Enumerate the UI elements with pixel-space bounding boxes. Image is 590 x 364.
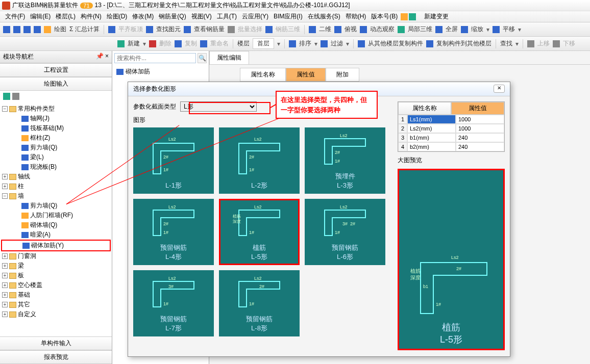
sort-button[interactable]: 排序 xyxy=(299,39,311,48)
expand-icon[interactable]: + xyxy=(2,273,8,278)
menu-file[interactable]: 文件(F) xyxy=(3,11,27,22)
shape-l6[interactable]: Ls23#2#1# 预留钢筋 L-6形 xyxy=(305,199,385,265)
tree-item[interactable]: 梁(L) xyxy=(30,153,44,162)
expand-icon[interactable]: + xyxy=(2,311,8,317)
tree-hollow[interactable]: 空心楼盖 xyxy=(18,281,42,290)
tree-item[interactable]: 砌体墙(Q) xyxy=(30,221,57,229)
current-item-label[interactable]: 砌体加筋 xyxy=(126,67,150,76)
tree-found[interactable]: 基础 xyxy=(18,291,30,299)
menu-version[interactable]: 版本号(B) xyxy=(369,11,400,22)
tree-beam[interactable]: 梁 xyxy=(18,262,24,270)
dynobs-button[interactable]: 动态观察 xyxy=(370,25,395,34)
filter-button[interactable]: 过滤 xyxy=(331,39,343,48)
tree-custom[interactable]: 自定义 xyxy=(18,310,36,319)
expand-icon[interactable]: + xyxy=(2,292,8,298)
menu-modify[interactable]: 修改(M) xyxy=(130,11,156,22)
tree-slab[interactable]: 板 xyxy=(18,271,24,280)
search-input[interactable] xyxy=(114,53,196,63)
emoji-icon[interactable] xyxy=(401,13,408,20)
find-button[interactable]: 查找 xyxy=(500,39,512,48)
close-icon[interactable]: ✕ xyxy=(494,85,505,93)
mini-icon[interactable] xyxy=(12,93,19,100)
menu-help[interactable]: 帮助(H) xyxy=(343,11,368,22)
shape-l3[interactable]: Ls22#1# 预埋件 L-3形 xyxy=(305,127,385,194)
menu-online[interactable]: 在线服务(S) xyxy=(306,11,342,22)
shape-l4[interactable]: Ls22#1# 预留钢筋 L-4形 xyxy=(133,199,214,265)
menu-floor[interactable]: 楼层(L) xyxy=(54,11,78,22)
zoom-button[interactable]: 缩放 xyxy=(471,25,483,34)
tool-icon[interactable] xyxy=(34,26,41,33)
find-elem-button[interactable]: 查找图元 xyxy=(156,25,181,34)
shape-l5[interactable]: Ls2植筋深度1# 植筋 L-5形 xyxy=(219,199,300,265)
tree-other[interactable]: 其它 xyxy=(18,300,30,309)
single-input-tab[interactable]: 单构件输入 xyxy=(0,336,112,350)
menu-member[interactable]: 构件(N) xyxy=(79,11,104,22)
tree-axis[interactable]: 轴线 xyxy=(18,172,30,181)
tree-column[interactable]: 柱 xyxy=(18,182,24,191)
view-rebar-button[interactable]: 查看钢筋量 xyxy=(194,25,225,34)
draw-input-tab[interactable]: 绘图输入 xyxy=(0,77,112,91)
expand-icon[interactable]: + xyxy=(2,282,8,288)
refresh-icon[interactable] xyxy=(409,13,416,20)
shape-l7[interactable]: Ls23#1# 预留钢筋 L-7形 xyxy=(133,270,214,336)
tree-item[interactable]: 框柱(Z) xyxy=(30,134,50,142)
menu-rebar[interactable]: 钢筋量(Q) xyxy=(157,11,188,22)
draw-icon[interactable] xyxy=(44,26,51,33)
param-shape-dialog: 选择参数化图形 ✕ 参数化截面类型 L形 图形 Ls22#1# L-1形 Ls2… xyxy=(128,82,510,357)
tree-item[interactable]: 暗梁(A) xyxy=(30,230,51,239)
member-tree[interactable]: −常用构件类型 轴网(J) 筏板基础(M) 框柱(Z) 剪力墙(Q) 梁(L) … xyxy=(0,102,112,336)
tree-item[interactable]: 剪力墙(Q) xyxy=(30,143,57,152)
sum-button[interactable]: Σ 汇总计算 xyxy=(69,25,100,34)
expand-icon[interactable]: + xyxy=(2,174,8,179)
topview-button[interactable]: 俯视 xyxy=(345,25,357,34)
menu-draw[interactable]: 绘图(D) xyxy=(105,11,130,22)
report-preview-tab[interactable]: 报表预览 xyxy=(0,350,112,364)
collapse-icon[interactable]: − xyxy=(2,193,8,199)
new-button[interactable]: 新建 xyxy=(128,39,140,48)
expand-icon[interactable]: + xyxy=(2,253,8,259)
proj-settings-tab[interactable]: 工程设置 xyxy=(0,63,112,77)
expand-icon[interactable]: + xyxy=(2,184,8,189)
expand-icon[interactable]: + xyxy=(2,263,8,269)
prop-row[interactable]: 1Ls1(mm)1000 xyxy=(398,115,504,124)
prop-row[interactable]: 3b1(mm)240 xyxy=(398,133,504,142)
prop-row[interactable]: 2Ls2(mm)1000 xyxy=(398,124,504,133)
tree-root[interactable]: 常用构件类型 xyxy=(18,105,55,113)
shape-l8[interactable]: Ls22#1# 预留钢筋 L-8形 xyxy=(219,270,300,336)
menu-tool[interactable]: 工具(T) xyxy=(215,11,239,22)
prop-edit-tab[interactable]: 属性编辑 xyxy=(209,51,249,64)
tool-icon[interactable] xyxy=(3,26,10,33)
local3d-button[interactable]: 局部三维 xyxy=(408,25,432,34)
folder-icon xyxy=(9,193,16,199)
menu-bim[interactable]: BIM应用(I) xyxy=(272,11,305,22)
menu-cloud[interactable]: 云应用(Y) xyxy=(240,11,271,22)
tree-item[interactable]: 轴网(J) xyxy=(30,114,50,123)
fullscreen-button[interactable]: 全屏 xyxy=(446,25,458,34)
tree-wall[interactable]: 墙 xyxy=(18,192,24,200)
menu-edit[interactable]: 编辑(E) xyxy=(28,11,53,22)
tree-item-masonry-rebar[interactable]: 砌体加筋(Y) xyxy=(31,241,64,250)
mini-icon[interactable] xyxy=(3,93,10,100)
draw-button[interactable]: 绘图 xyxy=(54,25,66,34)
floor-value[interactable]: 首层 xyxy=(253,38,274,49)
tree-item[interactable]: 剪力墙(Q) xyxy=(30,201,57,210)
menu-view[interactable]: 视图(V) xyxy=(189,11,214,22)
tree-item[interactable]: 人防门框墙(RF) xyxy=(30,211,73,220)
new-change-button[interactable]: 新建变更 xyxy=(422,11,451,22)
tool-icon[interactable] xyxy=(23,26,31,33)
tree-item[interactable]: 现浇板(B) xyxy=(30,163,57,171)
view2d-button[interactable]: 二维 xyxy=(319,25,331,34)
param-type-select[interactable]: L形 xyxy=(180,101,257,112)
tree-item[interactable]: 筏板基础(M) xyxy=(30,124,64,133)
tool-icon[interactable] xyxy=(13,26,20,33)
pan-button[interactable]: 平移 xyxy=(503,25,515,34)
search-button[interactable]: 🔍 xyxy=(198,53,207,63)
folder-icon xyxy=(9,106,16,112)
tree-doorwin[interactable]: 门窗洞 xyxy=(18,252,36,261)
copyto-button[interactable]: 复制构件到其他楼层 xyxy=(436,39,491,48)
expand-icon[interactable]: + xyxy=(2,302,8,307)
collapse-icon[interactable]: − xyxy=(2,106,8,112)
pin-icon[interactable]: 📌 × xyxy=(96,53,109,61)
copyfrom-button[interactable]: 从其他楼层复制构件 xyxy=(368,39,423,48)
prop-row[interactable]: 4b2(mm)240 xyxy=(398,142,504,151)
